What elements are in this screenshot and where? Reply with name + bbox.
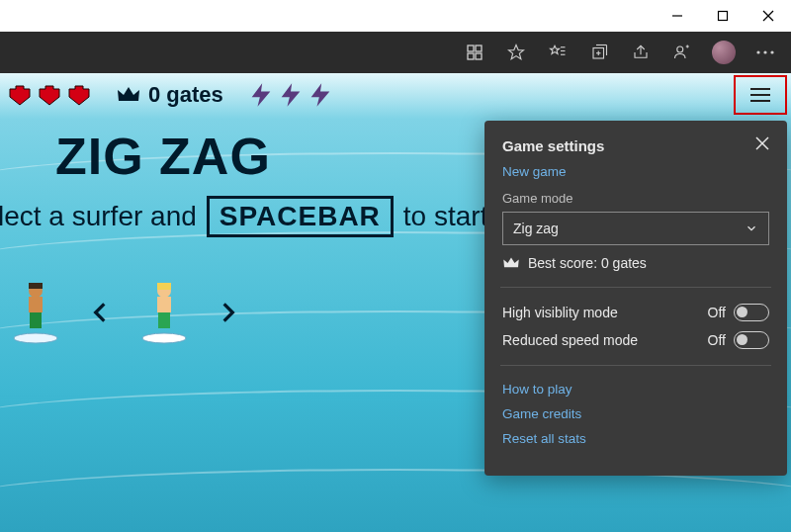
- svg-rect-31: [158, 310, 170, 328]
- svg-rect-34: [157, 283, 171, 290]
- favorites-list-icon[interactable]: [538, 33, 577, 72]
- surfer-option-selected[interactable]: [140, 281, 188, 344]
- favorite-star-icon[interactable]: [496, 33, 536, 72]
- new-game-link[interactable]: New game: [502, 164, 769, 179]
- window-close-button[interactable]: [746, 0, 791, 32]
- surfer-selector: [12, 281, 241, 344]
- next-surfer-button[interactable]: [216, 300, 241, 325]
- svg-rect-7: [476, 53, 482, 59]
- lightning-icon: [247, 81, 275, 109]
- svg-rect-29: [29, 283, 43, 289]
- game-menu-button[interactable]: [734, 75, 787, 115]
- heart-icon: [65, 83, 93, 107]
- svg-marker-24: [310, 83, 329, 106]
- svg-rect-4: [468, 45, 474, 51]
- instruction-pre: lect a surfer and: [0, 201, 197, 232]
- prev-surfer-button[interactable]: [87, 300, 113, 325]
- profile-avatar[interactable]: [704, 33, 744, 72]
- game-credits-link[interactable]: Game credits: [502, 406, 769, 421]
- game-mode-select[interactable]: Zig zag: [502, 212, 769, 245]
- reduced-speed-label: Reduced speed mode: [502, 332, 638, 348]
- svg-rect-1: [719, 12, 728, 21]
- gates-counter: 0 gates: [117, 82, 223, 108]
- heart-icon: [6, 83, 34, 107]
- crown-icon: [502, 256, 520, 270]
- browser-menu-icon[interactable]: [746, 33, 785, 72]
- instruction-text: lect a surfer and SPACEBAR to start surf…: [0, 196, 564, 237]
- window-maximize-button[interactable]: [700, 0, 746, 32]
- share-icon[interactable]: [621, 33, 660, 72]
- game-title: ZIG ZAG: [55, 127, 271, 186]
- svg-point-20: [763, 50, 766, 53]
- keycap-spacebar: SPACEBAR: [207, 196, 394, 237]
- browser-toolbar: [0, 32, 791, 73]
- svg-point-18: [677, 46, 683, 52]
- svg-rect-5: [476, 45, 482, 51]
- window-titlebar: [0, 0, 791, 32]
- divider: [500, 287, 771, 288]
- surfer-option-1[interactable]: [12, 281, 59, 344]
- svg-rect-6: [468, 53, 474, 59]
- game-mode-label: Game mode: [502, 191, 769, 206]
- svg-rect-27: [29, 297, 43, 312]
- boost-indicator: [247, 81, 334, 109]
- settings-close-button[interactable]: [755, 136, 769, 154]
- divider: [500, 365, 771, 366]
- crown-icon: [117, 85, 140, 105]
- svg-marker-8: [509, 45, 524, 59]
- reset-stats-link[interactable]: Reset all stats: [502, 431, 769, 446]
- window-minimize-button[interactable]: [655, 0, 700, 32]
- hamburger-icon: [749, 87, 771, 103]
- extensions-icon[interactable]: [455, 33, 494, 72]
- chevron-down-icon: [745, 222, 758, 235]
- feedback-icon[interactable]: [662, 33, 702, 72]
- svg-point-19: [756, 50, 759, 53]
- svg-point-21: [770, 50, 773, 53]
- heart-icon: [36, 83, 63, 107]
- settings-panel: Game settings New game Game mode Zig zag…: [484, 121, 787, 476]
- game-viewport: 0 gates ZIG ZAG lect a surfer and SPACEB…: [0, 73, 791, 532]
- reduced-speed-toggle[interactable]: [734, 331, 769, 349]
- hud: 0 gates: [6, 81, 785, 109]
- how-to-play-link[interactable]: How to play: [502, 382, 769, 397]
- svg-rect-32: [157, 297, 171, 312]
- svg-rect-26: [30, 310, 42, 328]
- high-visibility-label: High visiblity mode: [502, 305, 618, 320]
- best-score-text: Best score: 0 gates: [528, 255, 647, 271]
- gates-label: 0 gates: [148, 82, 223, 108]
- settings-title: Game settings: [502, 137, 604, 154]
- high-visibility-state: Off: [708, 305, 726, 320]
- svg-point-30: [142, 333, 186, 343]
- hearts-indicator: [6, 83, 93, 107]
- high-visibility-toggle[interactable]: [734, 304, 769, 321]
- collections-icon[interactable]: [579, 33, 619, 72]
- game-mode-value: Zig zag: [513, 221, 559, 236]
- lightning-icon: [277, 81, 305, 109]
- svg-marker-9: [551, 45, 560, 53]
- best-score-row: Best score: 0 gates: [502, 255, 769, 271]
- reduced-speed-state: Off: [708, 332, 726, 348]
- svg-marker-23: [281, 83, 300, 106]
- svg-point-25: [14, 333, 57, 343]
- svg-marker-22: [251, 83, 270, 106]
- lightning-icon: [307, 81, 334, 109]
